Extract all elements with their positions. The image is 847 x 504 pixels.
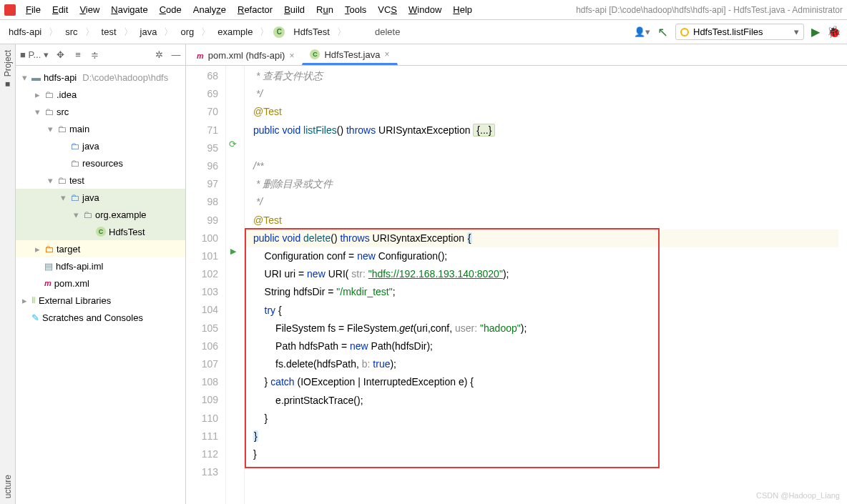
menu-edit[interactable]: Edit [48, 3, 72, 16]
menu-bar: File Edit View Navigate Code Analyze Ref… [0, 0, 847, 20]
crumb[interactable]: hdfs-api [6, 25, 44, 39]
tree-row[interactable]: 🗀resources [16, 154, 185, 172]
menu-run[interactable]: Run [312, 3, 338, 16]
project-toolbar: ■ P... ▾ ✥ ≡ ≑ ✲ — [16, 44, 185, 66]
tree-row[interactable]: ▾🗀test [16, 172, 185, 189]
main-menu: File Edit View Navigate Code Analyze Ref… [21, 3, 476, 16]
back-arrow-icon[interactable]: ↖ [657, 24, 668, 40]
editor-pane: mpom.xml (hdfs-api)× CHdfsTest.java× 686… [186, 44, 847, 504]
tab-label: pom.xml (hdfs-api) [208, 50, 285, 61]
tree-row[interactable]: ▸🗀.idea [16, 86, 185, 103]
project-tree-pane: ■ P... ▾ ✥ ≡ ≑ ✲ — ▾▬hdfs-apiD:\code\had… [16, 44, 186, 504]
navigation-bar: hdfs-api〉 src〉 test〉 java〉 org〉 example〉… [0, 20, 847, 44]
menu-code[interactable]: Code [155, 3, 186, 16]
class-icon: C [273, 26, 285, 38]
structure-tool-tab[interactable]: ucture [3, 475, 13, 498]
collapse-icon[interactable]: ≑ [90, 49, 100, 60]
run-icon[interactable]: ▶ [811, 25, 820, 39]
code-area[interactable]: * 查看文件状态 */ @Test public void listFiles(… [245, 66, 847, 504]
tree-row[interactable]: mpom.xml [16, 275, 185, 292]
crumb-method[interactable]: delete [375, 26, 400, 37]
close-icon[interactable]: × [384, 49, 389, 59]
tree-row[interactable]: ▾▬hdfs-apiD:\code\hadoop\hdfs [16, 69, 185, 86]
window-title: hdfs-api [D:\code\hadoop\hdfs\hdfs-api] … [576, 5, 843, 15]
crumb[interactable]: example [215, 25, 255, 39]
project-tool-tab[interactable]: ■Project [3, 50, 13, 89]
target-icon[interactable]: ✥ [56, 49, 66, 60]
tree-row[interactable]: CHdfsTest [16, 223, 185, 240]
user-icon[interactable]: 👤▾ [634, 26, 650, 37]
menu-file[interactable]: File [21, 3, 45, 16]
breadcrumbs: hdfs-api〉 src〉 test〉 java〉 org〉 example〉… [6, 25, 346, 39]
menu-refactor[interactable]: Refactor [233, 3, 277, 16]
app-logo-icon [4, 4, 16, 16]
tree-row[interactable]: ✎Scratches and Consoles [16, 309, 185, 326]
settings-icon[interactable]: ✲ [154, 49, 164, 60]
tab-hdfstest[interactable]: CHdfsTest.java× [302, 45, 397, 65]
menu-vcs[interactable]: VCS [373, 3, 401, 16]
crumb[interactable]: test [99, 25, 119, 39]
menu-navigate[interactable]: Navigate [107, 3, 152, 16]
menu-analyze[interactable]: Analyze [189, 3, 230, 16]
menu-window[interactable]: Window [404, 3, 446, 16]
menu-view[interactable]: View [75, 3, 104, 16]
tree-row[interactable]: ▾🗀org.example [16, 206, 185, 223]
tab-pom[interactable]: mpom.xml (hdfs-api)× [189, 45, 302, 65]
code-editor[interactable]: 6869707195969798991001011021031041051061… [186, 66, 847, 504]
crumb[interactable]: org [177, 25, 197, 39]
line-gutter: 6869707195969798991001011021031041051061… [186, 66, 226, 504]
tree-row[interactable]: ▤hdfs-api.iml [16, 257, 185, 275]
debug-icon[interactable]: 🐞 [827, 25, 841, 39]
run-gutter-icon[interactable]: ▶ [230, 247, 236, 256]
project-view-select[interactable]: ■ P... ▾ [20, 49, 49, 60]
menu-tools[interactable]: Tools [341, 3, 371, 16]
close-icon[interactable]: × [289, 51, 294, 61]
class-icon: C [310, 49, 320, 59]
editor-tabs: mpom.xml (hdfs-api)× CHdfsTest.java× [186, 44, 847, 66]
tab-label: HdfsTest.java [324, 49, 380, 60]
tree-row[interactable]: ▸🗀target [16, 240, 185, 257]
tree-row[interactable]: 🗀java [16, 137, 185, 154]
watermark: CSDN @Hadoop_Liang [756, 491, 840, 500]
tool-window-bar-left: ■Project ucture [0, 44, 16, 504]
expand-icon[interactable]: ≡ [73, 49, 83, 60]
tree-row[interactable]: ▾🗀java [16, 189, 185, 206]
crumb[interactable]: java [137, 25, 160, 39]
crumb[interactable]: src [62, 25, 80, 39]
tree-row[interactable]: ▾🗀main [16, 120, 185, 137]
tree-row[interactable]: ▸⫴External Libraries [16, 292, 185, 309]
crumb[interactable]: HdfsTest [290, 25, 333, 39]
project-tree[interactable]: ▾▬hdfs-apiD:\code\hadoop\hdfs▸🗀.idea▾🗀sr… [16, 66, 185, 504]
menu-build[interactable]: Build [280, 3, 309, 16]
run-config-select[interactable]: HdfsTest.listFiles [675, 24, 804, 40]
maven-icon: m [197, 51, 204, 60]
sync-icon[interactable]: ⟳ [229, 139, 237, 149]
gutter-icons: ⟳ ▶ [226, 66, 245, 504]
menu-help[interactable]: Help [449, 3, 476, 16]
tree-row[interactable]: ▾🗀src [16, 103, 185, 120]
hide-icon[interactable]: — [171, 49, 181, 60]
run-config-label: HdfsTest.listFiles [693, 26, 763, 37]
